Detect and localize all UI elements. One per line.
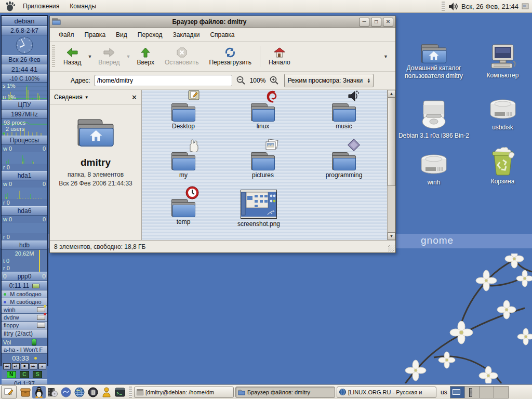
launcher-video[interactable] [46, 386, 59, 398]
desktop-icon-usbdisk[interactable]: usbdisk [465, 99, 532, 131]
file-item[interactable]: my [150, 144, 217, 179]
gk-mount-label: dvdrw [4, 314, 19, 321]
top-panel: Приложения Команды Вск, 26 Фев, 21:44 [0, 0, 532, 13]
desktop-icon-winh[interactable]: winh [395, 154, 473, 187]
keyboard-layout-indicator[interactable]: us [441, 389, 447, 396]
gk-procs: 93 procs [4, 119, 25, 126]
clock[interactable]: Вск, 26 Фев, 21:44 [461, 3, 518, 10]
toolbar-overflow-icon[interactable]: ▼ [382, 54, 389, 59]
launcher-terminal[interactable] [113, 386, 127, 398]
gk-hdb-t: t 0 [3, 258, 9, 264]
file-item[interactable]: Desktop [150, 95, 217, 130]
zoom-out-icon[interactable] [236, 76, 246, 85]
file-item[interactable]: programming [310, 144, 378, 179]
file-item[interactable]: pictures [229, 144, 297, 179]
workspace-switcher[interactable] [450, 386, 509, 398]
launcher-messenger[interactable] [100, 386, 113, 398]
taskbar-window-browser[interactable]: [LINUX.ORG.RU - Русская и [337, 387, 436, 398]
minimize-button[interactable]: ─ [359, 18, 369, 26]
workspace-2[interactable] [465, 387, 480, 398]
harddrive-icon [488, 99, 517, 122]
zoom-in-icon[interactable] [270, 76, 279, 85]
desktop-icon-debian-cd[interactable]: Debian 3.1 r0a i386 Bin-2 [395, 99, 473, 140]
gk-stop-button[interactable]: ■ [21, 363, 29, 369]
reload-button[interactable]: Перезагрузить [204, 46, 256, 67]
launcher-news-reader[interactable] [86, 386, 100, 398]
menu-help[interactable]: Справка [205, 30, 239, 40]
gk-timer-led [32, 284, 39, 288]
gk-mem-free: М свободно [10, 291, 41, 297]
tux-penguin-icon [34, 387, 44, 398]
file-item[interactable]: screenshot.png [225, 185, 292, 228]
launcher-web-browser[interactable] [73, 386, 86, 398]
home-button[interactable]: Начало [263, 46, 296, 67]
gk-cpu-freq: 1997MHz [2, 110, 47, 119]
show-desktop-button[interactable] [1, 385, 17, 398]
workspace-4[interactable] [494, 387, 508, 398]
menu-applications[interactable]: Приложения [18, 0, 64, 12]
panel-applet-icon[interactable] [522, 3, 529, 10]
back-dropdown-icon[interactable]: ▼ [86, 54, 93, 59]
file-item[interactable]: linux [229, 95, 297, 130]
applet-handle[interactable] [442, 2, 445, 11]
desktop-icon-trash[interactable]: Корзина [465, 147, 532, 185]
gk-proc-title: Процессы [2, 136, 47, 145]
gnome-foot-icon[interactable] [4, 1, 16, 11]
desktop-root: gnome Домашний каталог пользователя dm [0, 0, 532, 399]
menu-go[interactable]: Переход [133, 30, 167, 40]
gk-play-button[interactable]: ▸‖ [12, 363, 20, 369]
launcher-archive[interactable] [19, 386, 32, 398]
toolbar-handle[interactable] [52, 45, 55, 68]
view-mode-select[interactable]: Режим просмотра: Значки ▲▼ [284, 74, 374, 87]
menu-view[interactable]: Вид [111, 30, 132, 40]
zoom-level[interactable]: 100% [250, 77, 266, 84]
menu-commands[interactable]: Команды [64, 0, 101, 12]
workspace-3[interactable] [480, 387, 494, 398]
stop-button: Остановить [159, 46, 204, 67]
window-titlebar[interactable]: Браузер файлов: dmitry ─ □ ✕ [50, 16, 395, 28]
desktop-icon-label: winh [428, 179, 441, 187]
gk-next-button[interactable]: ▸▸ [30, 363, 37, 369]
icon-view[interactable]: Desktop linux music my [142, 90, 387, 240]
launcher-tux[interactable] [32, 386, 46, 398]
reload-icon [224, 47, 236, 58]
taskbar-window-terminal[interactable]: [dmitry@debian: /home/dm [134, 387, 234, 398]
sidepane-close-icon[interactable]: ✕ [131, 94, 137, 101]
scroll-down-icon[interactable]: ▼ [388, 232, 395, 240]
up-arrow-icon [140, 47, 151, 58]
launcher-xmms[interactable] [59, 386, 73, 398]
file-item[interactable]: temp [150, 191, 217, 225]
sidepane-home-folder-icon [78, 119, 114, 146]
gk-cpu-user: u 1% [3, 94, 16, 100]
workspace-1[interactable] [450, 387, 465, 398]
tasklist-handle[interactable] [129, 387, 132, 398]
file-item[interactable]: music [310, 95, 378, 130]
house-icon [429, 51, 440, 61]
gnome-watermark: gnome [421, 235, 454, 246]
back-button[interactable]: Назад [58, 46, 86, 67]
sidepane-selector-arrow-icon[interactable]: ▼ [85, 95, 89, 100]
volume-icon[interactable] [448, 2, 458, 11]
desktop-icon-home[interactable]: Домашний каталог пользователя dmitry [395, 45, 473, 80]
scroll-up-icon[interactable]: ▲ [388, 90, 395, 98]
gk-track-title: a-ha - I Won't F [4, 347, 43, 353]
menu-file[interactable]: Файл [54, 30, 79, 40]
gk-volume-krell[interactable] [32, 339, 36, 345]
gk-eject-button[interactable]: ▴ [38, 363, 46, 369]
resize-grip[interactable] [388, 245, 394, 251]
gk-disk-r: r 0 [3, 164, 10, 170]
vertical-scrollbar[interactable]: ▲ ▼ [387, 90, 395, 240]
menu-edit[interactable]: Правка [80, 30, 111, 40]
sidepane-selector[interactable]: Сведения [54, 94, 83, 101]
scrollbar-thumb[interactable] [388, 98, 395, 186]
gkrellm-monitor[interactable]: debian 2.6.8-2-k7 Вск 26 Фев 21:44 41 -1… [1, 15, 48, 366]
gk-prev-button[interactable]: ◂◂ [3, 363, 11, 369]
address-input[interactable] [95, 75, 232, 86]
maximize-button[interactable]: □ [371, 18, 381, 26]
menu-bookmarks[interactable]: Закладки [168, 30, 204, 40]
up-button[interactable]: Вверх [132, 46, 159, 67]
taskbar-window-file-browser[interactable]: Браузер файлов: dmitry [235, 387, 335, 398]
updown-arrows-icon: ▲▼ [367, 78, 370, 83]
desktop-icon-computer[interactable]: Компьютер [465, 44, 532, 79]
close-button[interactable]: ✕ [383, 18, 393, 26]
